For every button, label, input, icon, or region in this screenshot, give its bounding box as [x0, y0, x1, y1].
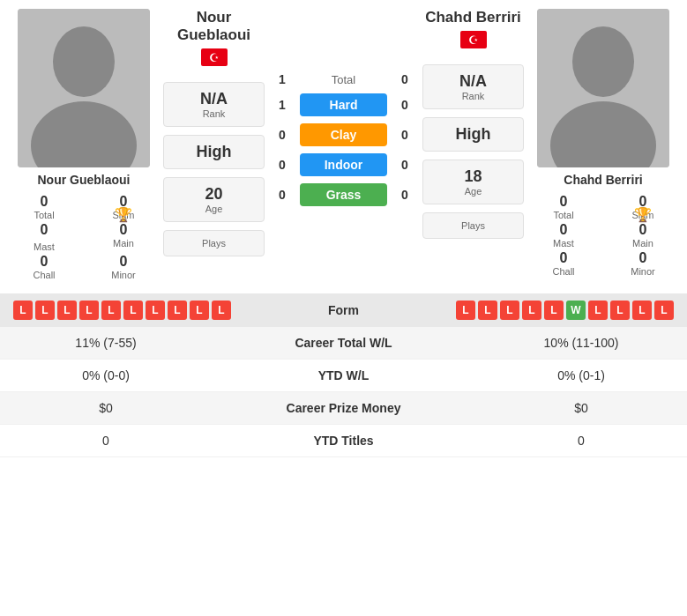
right-plays-box: Plays — [422, 212, 524, 239]
left-stat-chall: 0 Chall — [9, 254, 79, 280]
stats-left-value: 0% (0-0) — [18, 368, 194, 382]
left-stat-main: 🏆 0 Main — [88, 222, 159, 252]
stats-row: 0 YTD Titles 0 — [0, 425, 687, 457]
surface-row-indoor: 0 Indoor 0 — [269, 152, 418, 178]
left-flag — [201, 48, 228, 66]
right-surface-level-box: High — [422, 117, 524, 152]
svg-point-4 — [572, 26, 634, 97]
left-player-avatar — [18, 9, 150, 167]
surface-row-hard: 1 Hard 0 — [269, 92, 418, 118]
right-stat-minor: 0 Minor — [608, 250, 678, 277]
right-form-badge: L — [500, 301, 519, 320]
stats-right-value: 0 — [493, 434, 669, 448]
stats-right-value: 0% (0-1) — [493, 368, 669, 382]
stats-left-value: 0 — [18, 434, 194, 448]
left-total-count: 1 — [269, 72, 295, 86]
indoor-badge: Indoor — [300, 153, 387, 176]
right-form-badge: W — [566, 301, 586, 320]
left-player-name-top: NourGueblaoui — [163, 9, 265, 44]
right-stat-total: 0 Total — [528, 194, 599, 220]
stats-row: 11% (7-55) Career Total W/L 10% (11-100) — [0, 327, 687, 360]
left-stat-mast: 0 Mast — [9, 222, 79, 252]
right-stat-main: 🏆 0 Main — [608, 222, 678, 249]
right-clay-count: 0 — [392, 128, 418, 142]
right-player-stats: 0 Total 0 Slam 0 Mast 🏆 0 Main 0 — [528, 194, 678, 277]
left-info-boxes: NourGueblaoui N/A Rank High 20 Age Plays — [163, 9, 265, 280]
left-age-box: 20 Age — [163, 177, 265, 222]
left-plays-box: Plays — [163, 230, 265, 256]
left-player-stats: 0 Total 0 Slam 0 Mast 🏆 0 Main 0 — [9, 194, 159, 280]
left-form-badge: L — [101, 301, 121, 320]
clay-badge: Clay — [300, 123, 387, 146]
stats-row-label: Career Prize Money — [194, 401, 493, 415]
stats-right-value: 10% (11-100) — [493, 336, 669, 350]
svg-point-1 — [53, 26, 115, 97]
stats-right-value: $0 — [493, 401, 669, 415]
right-player-name-top: Chahd Berriri — [422, 9, 524, 26]
total-label: Total — [295, 73, 392, 86]
right-flag — [460, 31, 487, 48]
left-form-badge: L — [168, 301, 187, 320]
form-section: LLLLLLLLLL Form LLLLLWLLLL — [0, 293, 687, 327]
left-grass-count: 0 — [269, 188, 295, 202]
center-surface-section: 1 Total 0 1 Hard 0 0 Clay 0 0 Indoor 0 — [269, 9, 418, 280]
right-age-box: 18 Age — [422, 160, 524, 204]
surface-row-total: 1 Total 0 — [269, 71, 418, 88]
right-player-name: Chahd Berriri — [564, 173, 642, 187]
left-stat-total: 0 Total — [9, 194, 79, 220]
right-form-badge: L — [456, 301, 475, 320]
right-indoor-count: 0 — [392, 158, 418, 172]
hard-badge: Hard — [300, 93, 387, 116]
stats-row-label: YTD Titles — [194, 434, 493, 448]
right-form-badge: L — [632, 301, 652, 320]
right-rank-box: N/A Rank — [422, 64, 524, 109]
left-form-badge: L — [212, 301, 231, 320]
right-stat-mast: 0 Mast — [528, 222, 599, 249]
stats-row-label: Career Total W/L — [194, 336, 493, 350]
left-form-badge: L — [79, 301, 99, 320]
surface-row-grass: 0 Grass 0 — [269, 182, 418, 208]
right-player-avatar — [537, 9, 669, 167]
left-indoor-count: 0 — [269, 158, 295, 172]
right-hard-count: 0 — [392, 98, 418, 112]
main-container: Nour Gueblaoui 0 Total 0 Slam 0 Mast 🏆 0 — [0, 0, 687, 457]
left-form-badges: LLLLLLLLLL — [13, 301, 231, 320]
stats-left-value: 11% (7-55) — [18, 336, 194, 350]
right-form-badge: L — [654, 301, 674, 320]
right-total-count: 0 — [392, 72, 418, 86]
left-stat-minor: 0 Minor — [88, 254, 159, 280]
right-form-badge: L — [588, 301, 608, 320]
left-form-badge: L — [146, 301, 165, 320]
stats-row: 0% (0-0) YTD W/L 0% (0-1) — [0, 360, 687, 392]
right-info-boxes: Chahd Berriri N/A Rank High 18 Age Plays — [422, 9, 524, 280]
stats-table: 11% (7-55) Career Total W/L 10% (11-100)… — [0, 327, 687, 457]
left-surface-level-box: High — [163, 135, 265, 169]
right-stat-chall: 0 Chall — [528, 250, 599, 277]
left-player-name: Nour Gueblaoui — [38, 173, 131, 187]
grass-badge: Grass — [300, 183, 387, 206]
right-trophy-icon: 🏆 — [634, 206, 652, 223]
left-rank-box: N/A Rank — [163, 82, 265, 127]
left-form-badge: L — [190, 301, 209, 320]
right-form-badge: L — [478, 301, 497, 320]
right-form-badge: L — [522, 301, 541, 320]
right-form-badge: L — [610, 301, 630, 320]
left-form-badge: L — [35, 301, 55, 320]
left-form-badge: L — [123, 301, 143, 320]
left-form-badge: L — [13, 301, 33, 320]
left-player-card: Nour Gueblaoui 0 Total 0 Slam 0 Mast 🏆 0 — [9, 9, 159, 280]
right-form-badges: LLLLLWLLLL — [456, 301, 674, 320]
left-form-badge: L — [57, 301, 77, 320]
right-form-badge: L — [544, 301, 564, 320]
stats-row: $0 Career Prize Money $0 — [0, 392, 687, 425]
stats-row-label: YTD W/L — [194, 368, 493, 382]
form-label: Form — [328, 303, 359, 317]
surface-row-clay: 0 Clay 0 — [269, 122, 418, 148]
right-grass-count: 0 — [392, 188, 418, 202]
left-trophy-icon: 🏆 — [115, 206, 132, 223]
left-clay-count: 0 — [269, 128, 295, 142]
top-area: Nour Gueblaoui 0 Total 0 Slam 0 Mast 🏆 0 — [0, 0, 687, 289]
left-hard-count: 1 — [269, 98, 295, 112]
right-player-card: Chahd Berriri 0 Total 0 Slam 0 Mast 🏆 0 — [528, 9, 678, 280]
stats-left-value: $0 — [18, 401, 194, 415]
